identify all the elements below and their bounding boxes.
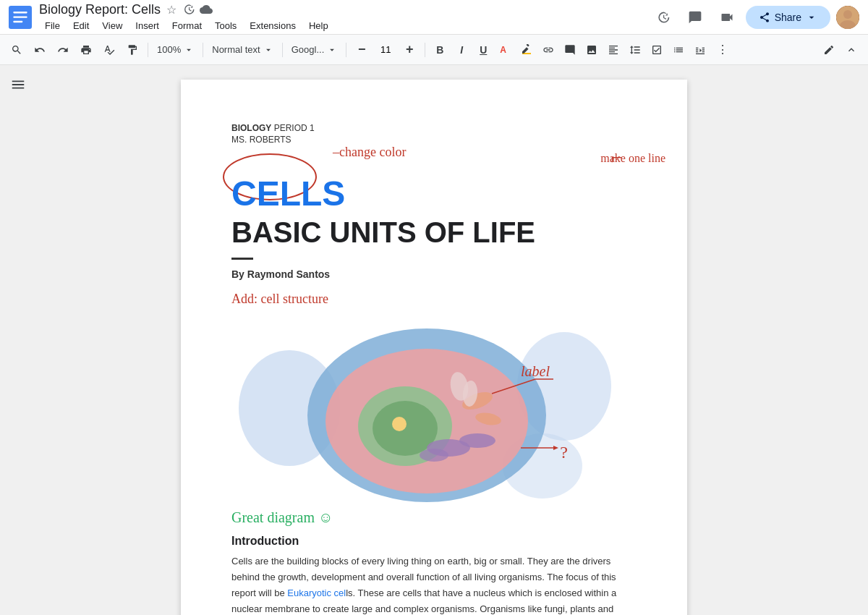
doc-title[interactable]: Biology Report: Cells [39,2,161,17]
cloud-icon [200,3,213,16]
menu-bar: File Edit View Insert Format Tools Exten… [39,19,334,33]
cell-svg [231,314,615,502]
svg-rect-2 [13,16,27,17]
intro-heading: Introduction [231,535,637,548]
great-diagram-area: Great diagram ☺ [231,509,637,526]
separator-3 [282,43,283,57]
author-line: By Raymond Santos [231,268,637,280]
font-dropdown[interactable]: Googl... [287,39,342,61]
subject-rest: PERIOD 1 [271,123,314,133]
svg-rect-3 [13,20,22,22]
menu-tools[interactable]: Tools [209,19,242,33]
top-bar: Biology Report: Cells ☆ File Edit View I… [0,0,868,35]
more-options-button[interactable]: ⋮ [712,39,733,61]
menu-format[interactable]: Format [166,19,208,33]
doc-title-row: Biology Report: Cells ☆ [39,2,334,17]
sidebar-toggle-icon [10,77,26,96]
font-size-decrease[interactable]: − [351,39,373,61]
indent-button[interactable] [690,40,710,60]
font-size-increase[interactable]: + [399,39,420,61]
menu-extensions[interactable]: Extensions [244,19,302,33]
app-logo [9,6,32,29]
subject-line: BIOLOGY PERIOD 1 [231,123,637,133]
recent-activity-button[interactable] [650,4,676,30]
menu-help[interactable]: Help [303,19,334,33]
annotation-area: Add: cell structure [231,292,637,307]
annotation-change-color: –change color [333,145,406,160]
intro-text: Cells are the building blocks of every l… [231,554,637,615]
align-button[interactable] [603,40,624,60]
svg-point-15 [392,417,407,431]
separator-4 [346,43,346,57]
user-avatar[interactable] [836,6,859,29]
redo-button[interactable] [52,39,74,61]
menu-insert[interactable]: Insert [129,19,165,33]
toolbar: 100% Normal text Googl... − + B I U A [0,35,868,65]
image-button[interactable] [582,40,602,60]
title-basic: BASIC UNITS OF LIFE [231,216,637,249]
share-label: Share [775,12,801,23]
search-button[interactable] [6,39,27,61]
doc-title-area: Biology Report: Cells ☆ File Edit View I… [39,2,334,33]
underline-button[interactable]: U [473,40,493,60]
teacher-line: MS. ROBERTS [231,135,637,145]
menu-edit[interactable]: Edit [67,19,95,33]
svg-point-19 [459,433,495,448]
print-button[interactable] [75,39,97,61]
teacher-name: MS. ROBERTS [231,135,291,145]
pen-button[interactable] [819,40,839,60]
separator-1 [148,43,148,57]
title-wrapper: CELLS –change color ⌐ make one line BASI… [231,159,637,249]
line-spacing-button[interactable] [625,40,645,60]
collapse-button[interactable] [841,39,862,61]
document-page: BIOLOGY PERIOD 1 MS. ROBERTS CELLS –chan… [181,80,687,615]
menu-view[interactable]: View [96,19,128,33]
title-cells: CELLS [231,174,345,213]
menu-file[interactable]: File [39,19,66,33]
svg-point-5 [843,10,852,19]
intro-link-1[interactable]: Eukaryotic cel [287,588,346,598]
font-size-input[interactable] [374,43,397,56]
subject-bold: BIOLOGY [231,123,271,133]
undo-button[interactable] [29,39,51,61]
title-divider [231,258,253,260]
cell-diagram: label ? [231,314,615,502]
list-button[interactable] [668,40,689,60]
right-panel [832,65,868,615]
svg-text:A: A [501,45,507,55]
zoom-dropdown[interactable]: 100% [153,39,198,61]
separator-5 [425,43,425,57]
style-label: Normal text [212,44,260,55]
main-area: BIOLOGY PERIOD 1 MS. ROBERTS CELLS –chan… [0,65,868,615]
annotation-add-cell: Add: cell structure [231,292,328,306]
svg-point-20 [420,449,448,462]
font-size-controls: − + [351,39,420,61]
style-dropdown[interactable]: Normal text [208,39,277,61]
author-text: By Raymond Santos [231,268,330,280]
checklist-button[interactable] [647,40,667,60]
meet-button[interactable] [714,4,740,30]
annotation-great-diagram: Great diagram ☺ [231,509,333,525]
comments-button[interactable] [682,4,708,30]
share-button[interactable]: Share [746,6,830,29]
spellcheck-button[interactable] [98,39,120,61]
comment-button[interactable] [560,40,580,60]
annotation-make-one-line: make one line [600,152,665,165]
italic-button[interactable]: I [451,40,472,60]
header-actions: Share [650,4,859,30]
bold-button[interactable]: B [430,40,450,60]
sidebar-toggle[interactable] [0,65,36,615]
highlight-button[interactable] [516,40,537,60]
paint-format-button[interactable] [122,39,143,61]
separator-2 [203,43,203,57]
star-icon[interactable]: ☆ [165,3,178,16]
font-color-button[interactable]: A [495,40,515,60]
history-icon[interactable] [182,3,195,16]
annotation-bracket: ⌐ [610,148,622,168]
font-label: Googl... [292,44,325,55]
page-container[interactable]: BIOLOGY PERIOD 1 MS. ROBERTS CELLS –chan… [36,65,832,615]
svg-rect-1 [13,12,27,13]
link-button[interactable] [538,40,558,60]
